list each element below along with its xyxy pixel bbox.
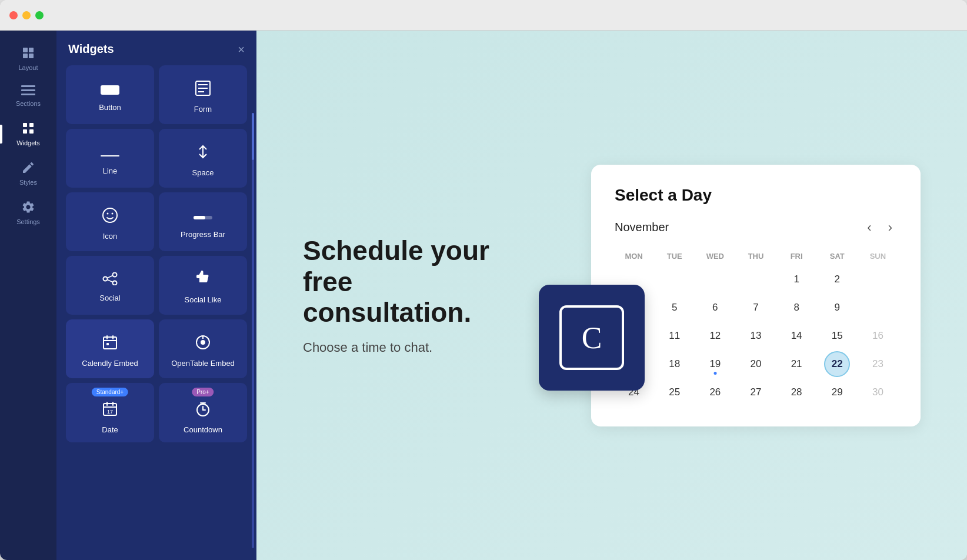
cal-day-7[interactable]: 7	[743, 295, 769, 321]
sidebar: Layout Sections Widgets Styles	[0, 31, 56, 560]
widget-icon[interactable]: Icon	[66, 192, 154, 251]
widget-social-like[interactable]: Social Like	[159, 256, 247, 315]
cal-day-8[interactable]: 8	[783, 295, 809, 321]
cal-day-19[interactable]: 19	[702, 351, 728, 377]
calendar-title: Select a Day	[615, 186, 897, 205]
dow-fri: FRI	[778, 248, 816, 264]
widget-date[interactable]: Standard+ 17 Date	[66, 383, 154, 442]
svg-rect-32	[106, 343, 109, 345]
cal-day-13[interactable]: 13	[743, 323, 769, 349]
cal-day-21[interactable]: 21	[783, 351, 809, 377]
countdown-badge: Pro+	[192, 388, 214, 396]
widgets-panel-close[interactable]: ×	[238, 44, 245, 55]
scrollbar-thumb[interactable]	[252, 113, 254, 160]
calendar-next-button[interactable]: ›	[883, 219, 897, 236]
sidebar-item-styles[interactable]: Styles	[5, 155, 52, 192]
cal-day-15[interactable]: 15	[824, 323, 850, 349]
dow-thu: THU	[736, 248, 775, 264]
app-body: Layout Sections Widgets Styles	[0, 31, 967, 560]
app-window: Layout Sections Widgets Styles	[0, 0, 967, 560]
cal-day-18[interactable]: 18	[662, 351, 688, 377]
calendar-nav-buttons: ‹ ›	[862, 219, 897, 236]
widget-button[interactable]: Button	[66, 65, 154, 124]
button-widget-label: Button	[99, 103, 121, 112]
cal-day-2[interactable]: 2	[824, 266, 850, 292]
svg-line-26	[108, 275, 113, 278]
svg-rect-1	[29, 48, 34, 52]
svg-rect-4	[21, 85, 35, 87]
calendly-icon: C	[539, 285, 645, 391]
close-button[interactable]	[9, 11, 18, 19]
cal-day-22[interactable]: 22	[824, 351, 850, 377]
svg-point-25	[113, 281, 117, 285]
cal-day-12[interactable]: 12	[702, 323, 728, 349]
icon-widget-label: Icon	[103, 232, 118, 241]
opentable-embed-widget-icon	[195, 334, 211, 354]
social-like-widget-icon	[195, 271, 211, 291]
cal-day-20[interactable]: 20	[743, 351, 769, 377]
svg-rect-22	[194, 216, 205, 219]
maximize-button[interactable]	[35, 11, 44, 19]
cal-day-27[interactable]: 27	[743, 379, 769, 405]
cal-day-26[interactable]: 26	[702, 379, 728, 405]
styles-icon	[21, 161, 35, 176]
cal-day-empty	[865, 266, 891, 292]
form-widget-icon	[195, 80, 211, 100]
progress-bar-widget-icon	[194, 209, 212, 225]
widgets-panel-title: Widgets	[68, 42, 114, 56]
social-widget-label: Social	[99, 294, 120, 302]
cal-day-16[interactable]: 16	[865, 323, 891, 349]
widget-calendly-embed[interactable]: Calendly Embed	[66, 319, 154, 378]
sidebar-item-widgets[interactable]: Widgets	[5, 115, 52, 152]
calendly-embed-widget-label: Calendly Embed	[82, 359, 138, 368]
svg-text:17: 17	[107, 409, 113, 415]
cal-day-9[interactable]: 9	[824, 295, 850, 321]
headline: Schedule your free consultation.	[303, 235, 526, 329]
cal-day-1[interactable]: 1	[783, 266, 809, 292]
cal-day-empty	[662, 266, 688, 292]
svg-rect-0	[23, 48, 28, 52]
svg-rect-11	[101, 85, 119, 95]
svg-rect-9	[23, 129, 27, 134]
sidebar-item-sections[interactable]: Sections	[5, 79, 52, 113]
cal-day-14[interactable]: 14	[783, 323, 809, 349]
icon-widget-icon	[102, 207, 118, 227]
svg-rect-3	[29, 54, 34, 58]
cal-day-empty	[865, 295, 891, 321]
svg-rect-5	[21, 89, 35, 91]
widget-progress-bar[interactable]: Progress Bar	[159, 192, 247, 251]
svg-rect-10	[29, 129, 34, 134]
widget-social[interactable]: Social	[66, 256, 154, 315]
cal-day-28[interactable]: 28	[783, 379, 809, 405]
content-text: Schedule your free consultation. Choose …	[303, 235, 526, 356]
widget-line[interactable]: Line	[66, 129, 154, 188]
widget-space[interactable]: Space	[159, 129, 247, 188]
sections-icon	[21, 85, 35, 98]
scrollbar-track	[252, 113, 254, 548]
cal-day-29[interactable]: 29	[824, 379, 850, 405]
date-badge: Standard+	[92, 388, 128, 396]
widget-opentable-embed[interactable]: OpenTable Embed	[159, 319, 247, 378]
countdown-widget-icon	[195, 401, 211, 421]
widget-countdown[interactable]: Pro+ Countdown	[159, 383, 247, 442]
dow-sun: SUN	[859, 248, 897, 264]
main-content: Schedule your free consultation. Choose …	[256, 31, 967, 560]
line-widget-label: Line	[103, 166, 118, 175]
cal-day-23[interactable]: 23	[865, 351, 891, 377]
widget-form[interactable]: Form	[159, 65, 247, 124]
cal-day-25[interactable]: 25	[662, 379, 688, 405]
sidebar-label-styles: Styles	[19, 179, 37, 186]
social-widget-icon	[102, 272, 118, 289]
sidebar-item-settings[interactable]: Settings	[5, 194, 52, 231]
calendar-prev-button[interactable]: ‹	[862, 219, 876, 236]
date-widget-icon: 17	[102, 401, 118, 421]
minimize-button[interactable]	[22, 11, 31, 19]
cal-day-30[interactable]: 30	[865, 379, 891, 405]
sidebar-item-layout[interactable]: Layout	[5, 40, 52, 77]
space-widget-icon	[195, 144, 211, 164]
dow-tue: TUE	[655, 248, 693, 264]
cal-day-11[interactable]: 11	[662, 323, 688, 349]
cal-day-5[interactable]: 5	[662, 295, 688, 321]
cal-day-6[interactable]: 6	[702, 295, 728, 321]
content-inner: Schedule your free consultation. Choose …	[303, 165, 921, 426]
